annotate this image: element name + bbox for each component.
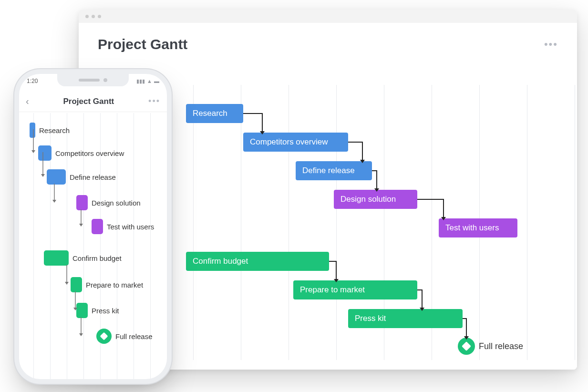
phone-gantt-label: Competitors overview	[55, 149, 124, 157]
milestone-label: Full release	[479, 341, 523, 351]
phone-dependency-arrow	[64, 265, 71, 287]
phone-gantt-row-test[interactable]: Test with users	[92, 219, 154, 234]
phone-milestone-row[interactable]: Full release	[96, 329, 153, 344]
gantt-gridline	[575, 85, 575, 360]
phone-mockup: 1:20 ▮▮▮ ▲ ▬ ‹ Project Gantt ••• Researc…	[19, 74, 167, 379]
more-menu-icon[interactable]: •••	[544, 38, 558, 51]
gantt-bar-design[interactable]: Design solution	[334, 190, 417, 209]
gantt-gridline	[336, 85, 337, 360]
phone-gantt-label: Test with users	[107, 223, 154, 231]
gantt-bar-competitors[interactable]: Competitors overview	[243, 133, 348, 152]
phone-gantt-gridline	[33, 113, 34, 379]
back-icon[interactable]: ‹	[26, 96, 29, 107]
phone-gantt-row-press[interactable]: Press kit	[76, 303, 119, 318]
phone-gantt-row-design[interactable]: Design solution	[76, 195, 141, 210]
gantt-gridline	[289, 85, 289, 360]
phone-milestone-label: Full release	[115, 332, 153, 340]
traffic-close-icon[interactable]	[85, 15, 89, 18]
gantt-bar-market[interactable]: Prepare to market	[293, 280, 417, 299]
gantt-bar-budget[interactable]: Confirm budget	[186, 252, 329, 271]
battery-icon: ▬	[154, 78, 159, 84]
phone-dependency-arrow	[52, 184, 58, 205]
browser-titlebar	[79, 10, 577, 23]
gantt-bar-press[interactable]: Press kit	[348, 309, 463, 328]
phone-clock: 1:20	[27, 78, 38, 84]
phone-gantt-bar-test[interactable]	[92, 219, 103, 234]
traffic-max-icon[interactable]	[98, 15, 101, 18]
gantt-bar-define[interactable]: Define release	[296, 161, 372, 180]
gantt-gridline	[193, 85, 194, 360]
phone-gantt-label: Research	[39, 126, 70, 134]
phone-gantt-bar-define[interactable]	[47, 169, 66, 185]
phone-gantt-bar-market[interactable]	[71, 277, 82, 292]
milestone-icon[interactable]	[458, 338, 475, 355]
phone-status-bar: 1:20 ▮▮▮ ▲ ▬	[27, 78, 159, 84]
gantt-bar-test[interactable]: Test with users	[439, 218, 517, 237]
phone-more-menu-icon[interactable]: •••	[148, 96, 160, 106]
signal-icon: ▮▮▮	[136, 78, 145, 84]
phone-gantt-row-research[interactable]: Research	[30, 123, 70, 138]
gantt-bar-research[interactable]: Research	[186, 104, 243, 123]
phone-gantt-label: Press kit	[92, 307, 119, 315]
phone-gantt-bar-competitors[interactable]	[38, 145, 52, 161]
phone-gantt-bar-research[interactable]	[30, 123, 35, 138]
phone-header: ‹ Project Gantt •••	[19, 91, 167, 112]
phone-page-title: Project Gantt	[63, 97, 114, 106]
phone-gantt-bar-design[interactable]	[76, 195, 88, 210]
phone-milestone-icon[interactable]	[96, 329, 112, 344]
phone-gantt-bar-budget[interactable]	[44, 250, 69, 266]
gantt-gridline	[527, 85, 527, 360]
phone-gantt-row-market[interactable]: Prepare to market	[71, 277, 143, 292]
page-title: Project Gantt	[98, 36, 187, 52]
phone-gantt-row-competitors[interactable]: Competitors overview	[38, 145, 124, 161]
page-header: Project Gantt •••	[79, 23, 577, 81]
gantt-gridline	[241, 85, 241, 360]
phone-gantt-bar-press[interactable]	[76, 303, 88, 318]
phone-gantt-label: Confirm budget	[72, 254, 122, 262]
phone-gantt-row-define[interactable]: Define release	[47, 169, 116, 185]
phone-gantt-label: Prepare to market	[86, 281, 143, 289]
phone-gantt-label: Design solution	[92, 199, 141, 207]
phone-gantt-row-budget[interactable]: Confirm budget	[44, 250, 122, 266]
phone-gantt-chart: ResearchCompetitors overviewDefine relea…	[19, 113, 167, 379]
phone-gantt-label: Define release	[70, 173, 116, 181]
wifi-icon: ▲	[147, 78, 152, 84]
traffic-min-icon[interactable]	[92, 15, 95, 18]
